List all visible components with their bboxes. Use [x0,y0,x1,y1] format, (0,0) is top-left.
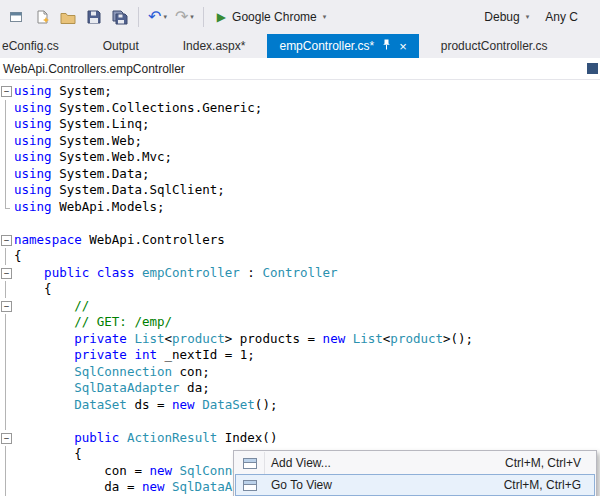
code-text[interactable]: using System.Collections.Generic; [14,100,262,117]
close-icon[interactable]: × [399,40,407,53]
code-text[interactable]: private List<product> products = new Lis… [14,331,473,348]
menu-item-shortcut: Ctrl+M, Ctrl+G [504,478,595,492]
code-line [0,215,600,232]
standard-toolbar: ↶ ▾ ↷ ▾ ▶ Google Chrome ▾ Debug ▾ Any C [0,0,600,34]
tab-label: Output [103,39,139,53]
code-text[interactable]: using System.Linq; [14,116,149,133]
code-text[interactable]: { [14,446,82,463]
tab-label: empController.cs* [279,39,374,53]
menu-item-label: Add View... [265,456,505,470]
pin-icon[interactable] [382,39,391,53]
code-line: namespace WebApi.Controllers [0,232,600,249]
code-line: using System; [0,83,600,100]
toolbar-separator [138,7,139,27]
tab-output[interactable]: Output [81,34,161,58]
save-all-button[interactable] [108,4,132,30]
fold-collapse-icon[interactable] [0,298,14,315]
code-line: private List<product> products = new Lis… [0,331,600,348]
solution-configuration-dropdown[interactable]: Debug ▾ [477,5,536,29]
code-line: { [0,281,600,298]
tab-productcontroller[interactable]: productController.cs [419,34,570,58]
save-icon [87,10,101,24]
go-to-view-icon [235,480,265,491]
fold-margin [0,281,14,298]
new-project-icon [9,10,24,24]
fold-collapse-icon[interactable] [0,83,14,100]
solution-platform-dropdown[interactable]: Any C [538,5,585,29]
fold-collapse-icon[interactable] [0,430,14,447]
breadcrumb[interactable]: WebApi.Controllers.empController [3,62,185,76]
code-line: using System.Collections.Generic; [0,100,600,117]
code-text[interactable]: public ActionResult Index() [14,430,277,447]
code-text[interactable]: using WebApi.Models; [14,199,165,216]
code-text[interactable]: // [14,298,89,315]
fold-margin [0,100,14,117]
context-menu: Add View... Ctrl+M, Ctrl+V Go To View Ct… [233,450,597,496]
tab-empcontroller[interactable]: empController.cs* × [267,34,418,58]
code-text[interactable]: DataSet ds = new DataSet(); [14,397,277,414]
fold-margin [0,463,14,480]
code-text[interactable]: using System.Web; [14,133,142,150]
code-text[interactable]: using System.Data.SqlClient; [14,182,225,199]
code-text[interactable]: { [14,248,22,265]
code-line: DataSet ds = new DataSet(); [0,397,600,414]
save-all-icon [112,10,128,25]
tab-label: eConfig.cs [2,39,59,53]
code-text[interactable]: using System; [14,83,112,100]
add-new-item-button[interactable] [30,4,54,30]
fold-margin [0,380,14,397]
code-lines: using System;using System.Collections.Ge… [0,83,600,496]
code-text[interactable]: namespace WebApi.Controllers [14,232,225,249]
start-debugging-button[interactable]: ▶ Google Chrome ▾ [210,5,333,29]
fold-margin [0,199,14,216]
document-tab-bar: eConfig.cs Output Index.aspx* empControl… [0,34,600,58]
pin-icon-glyph [382,39,391,50]
open-file-button[interactable] [56,4,80,30]
fold-margin [0,215,14,232]
code-text[interactable]: public class empController : Controller [14,265,338,282]
chevron-down-icon: ▾ [190,13,194,21]
redo-button[interactable]: ↷ ▾ [172,4,197,30]
open-folder-icon [60,11,76,24]
code-line: // [0,298,600,315]
code-text[interactable]: SqlConnection con; [14,364,210,381]
code-text[interactable]: // GET: /emp/ [14,314,172,331]
tab-label: productController.cs [441,39,548,53]
fold-collapse-icon[interactable] [0,265,14,282]
redo-icon: ↷ [175,9,188,25]
code-text[interactable]: using System.Data; [14,166,149,183]
tab-label: Index.aspx* [183,39,246,53]
tab-webconfig[interactable]: eConfig.cs [0,34,81,58]
chevron-down-icon: ▾ [323,13,327,21]
undo-button[interactable]: ↶ ▾ [145,4,170,30]
fold-margin [0,347,14,364]
fold-margin [0,116,14,133]
code-text[interactable]: SqlDataAdapter da; [14,380,210,397]
fold-collapse-icon[interactable] [0,232,14,249]
navigation-bar: WebApi.Controllers.empController [0,58,600,80]
save-button[interactable] [82,4,106,30]
fold-margin [0,314,14,331]
code-text[interactable]: private int _nextId = 1; [14,347,255,364]
fold-margin [0,413,14,430]
tab-index-aspx[interactable]: Index.aspx* [161,34,268,58]
fold-margin [0,331,14,348]
code-text[interactable]: da = new SqlDataAda [14,479,247,496]
code-line: using WebApi.Models; [0,199,600,216]
code-text[interactable]: using System.Web.Mvc; [14,149,172,166]
code-line: { [0,248,600,265]
new-project-button[interactable] [4,4,28,30]
menu-item-label: Go To View [265,478,504,492]
code-text[interactable]: { [14,281,52,298]
menu-item-go-to-view[interactable]: Go To View Ctrl+M, Ctrl+G [235,474,595,496]
code-line: using System.Data.SqlClient; [0,182,600,199]
code-line: private int _nextId = 1; [0,347,600,364]
editor-split-box[interactable] [587,63,598,74]
fold-margin [0,149,14,166]
run-target-label: Google Chrome [232,10,317,24]
code-line: public ActionResult Index() [0,430,600,447]
code-text[interactable]: con = new SqlConnec [14,463,247,480]
code-editor[interactable]: using System;using System.Collections.Ge… [0,80,600,496]
fold-margin [0,446,14,463]
menu-item-add-view[interactable]: Add View... Ctrl+M, Ctrl+V [235,452,595,474]
